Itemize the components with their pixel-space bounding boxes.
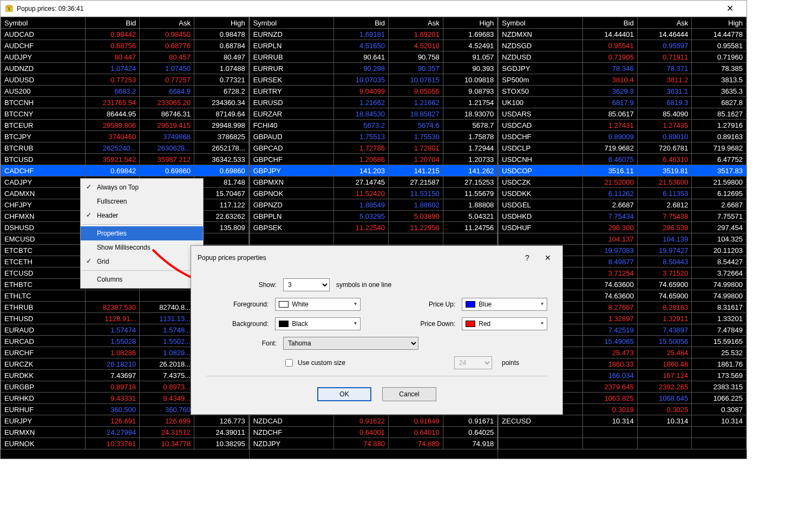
column-header[interactable]: Symbol	[499, 17, 583, 29]
table-row[interactable]: USDHUF296.300296.539297.454	[499, 222, 746, 233]
table-row[interactable]: USDCNH6.460756.463106.47752	[499, 154, 746, 165]
column-header[interactable]: Ask	[388, 17, 443, 29]
table-row[interactable]	[250, 233, 497, 245]
table-row[interactable]: GBPCAD1.727861.728011.72944	[250, 142, 497, 154]
column-header[interactable]: Symbol	[1, 17, 86, 29]
table-row[interactable]: USDCLP719.9682720.6781719.9682	[499, 142, 746, 154]
table-row[interactable]: BTCUSD35921.54235987.21236342.533	[1, 154, 249, 165]
column-header[interactable]: Ask	[637, 17, 692, 29]
table-row[interactable]: 104.137104.139104.325	[499, 233, 746, 245]
menu-item[interactable]: Show Milliseconds	[81, 240, 203, 255]
priceup-select[interactable]: Blue ▾	[462, 298, 547, 311]
table-row[interactable]: EURNOK10.3376110.3477810.38295	[1, 438, 249, 449]
table-row[interactable]: AUDUSD0.772530.772570.77321	[1, 74, 249, 86]
column-header[interactable]: Bid	[85, 17, 140, 29]
table-row[interactable]: GBPPLN5.032955.038905.04321	[250, 211, 497, 222]
column-header[interactable]: Ask	[140, 17, 194, 29]
table-row[interactable]: GBPCHF1.206861.207041.20733	[250, 154, 497, 165]
custom-size-checkbox[interactable]: Use custom size	[283, 357, 345, 368]
table-row[interactable]	[499, 438, 746, 449]
symbol-cell: CHFJPY	[1, 199, 86, 211]
close-icon[interactable]: ✕	[717, 1, 742, 17]
column-header[interactable]: High	[443, 17, 497, 29]
table-row[interactable]: NZDCAD0.916220.916400.91671	[250, 415, 497, 427]
table-row[interactable]: AUDCAD0.984420.984500.98478	[1, 29, 249, 40]
table-row[interactable]: EURJPY126.691126.699126.773	[1, 415, 249, 427]
ok-button[interactable]: OK	[317, 387, 371, 401]
menu-item[interactable]: Header	[81, 208, 203, 223]
table-row[interactable]: EURNZD1.691811.692011.69683	[250, 29, 497, 40]
show-select[interactable]: 3	[283, 278, 330, 291]
table-row[interactable]: SP500m3810.43811.23813.5	[499, 74, 746, 86]
table-row[interactable]: NZDCHF0.640010.640100.64025	[250, 427, 497, 438]
symbol-cell: USDCOP	[499, 165, 583, 177]
table-row[interactable]: GBPSEK11.2254011.2295011.24756	[250, 222, 497, 233]
table-row[interactable]: USDCAD1.274311.274351.27916	[499, 120, 746, 131]
table-row[interactable]: EURPLN4.516504.520104.52491	[250, 40, 497, 51]
table-row[interactable]: BTCRUB2625240...2630628...2652178...	[1, 142, 249, 154]
table-row[interactable]: GBPMXN27.1474527.2158727.15253	[250, 177, 497, 188]
menu-item[interactable]: Properties	[81, 226, 203, 240]
cancel-button[interactable]: Cancel	[382, 387, 436, 401]
table-row[interactable]: STOX503629.33631.13635.3	[499, 86, 746, 97]
foreground-select[interactable]: White ▾	[275, 298, 361, 311]
ask-cell: 2392.265	[637, 381, 692, 393]
table-row[interactable]: GBPAUD1.755131.755301.75878	[250, 131, 497, 142]
column-header[interactable]: Bid	[334, 17, 389, 29]
menu-item[interactable]: Grid	[81, 255, 203, 269]
table-row[interactable]: EURSEK10.0703510.0761510.09818	[250, 74, 497, 86]
table-row[interactable]: AUS2006683.26684.96728.2	[1, 86, 249, 97]
column-header[interactable]: Symbol	[250, 17, 334, 29]
table-row[interactable]: NZDUSD0.719050.719110.71960	[499, 51, 746, 63]
table-row[interactable]: AUDNZD1.074241.074501.07488	[1, 63, 249, 74]
background-select[interactable]: Black ▾	[275, 317, 361, 330]
table-row[interactable]: ZECUSD10.31410.31410.314	[499, 415, 746, 427]
high-cell: 173.569	[692, 370, 746, 381]
table-row[interactable]: NZDSGD0.955410.955970.95581	[499, 40, 746, 51]
table-row[interactable]: EURRUB90.64190.75891.057	[250, 51, 497, 63]
table-row[interactable]: BTCJPY374046037498683786825	[1, 131, 249, 142]
table-row[interactable]: EURZAR18.8453018.8582718.93070	[250, 108, 497, 120]
table-row[interactable]: GBPNOK11.5242011.5315011.55679	[250, 188, 497, 199]
table-row[interactable]: UK1006817.96819.36827.8	[499, 97, 746, 108]
table-row[interactable]: FCHI405673.25674.65678.7	[250, 120, 497, 131]
table-row[interactable]: GBPNZD1.885491.886021.88808	[250, 199, 497, 211]
table-row[interactable]: USDGEL2.66872.68122.6687	[499, 199, 746, 211]
column-header[interactable]: Bid	[582, 17, 637, 29]
table-row[interactable]	[499, 427, 746, 438]
foreground-label: Foreground:	[206, 301, 269, 308]
menu-item[interactable]: Columns	[81, 272, 203, 286]
table-row[interactable]: CADCHF0.698420.698600.69860	[1, 165, 249, 177]
table-row[interactable]: USDHKD7.754347.754387.75571	[499, 211, 746, 222]
table-row[interactable]: EURMXN24.2799424.3151224.39011	[1, 427, 249, 438]
menu-item[interactable]: Always on Top	[81, 180, 203, 194]
menu-item[interactable]: Fullscreen	[81, 194, 203, 208]
table-row[interactable]: GBPJPY141.203141.215141.262	[250, 165, 497, 177]
table-row[interactable]: BTCCNY86444.9586746.3187149.64	[1, 108, 249, 120]
table-row[interactable]: USDCZK21.5200021.5360021.59800	[499, 177, 746, 188]
table-row[interactable]: BTCCNH231765.54233065.20234360.34	[1, 97, 249, 108]
dialog-close-icon[interactable]: ✕	[540, 251, 556, 264]
pricedown-select[interactable]: Red ▾	[462, 317, 547, 330]
ask-cell: 4.52010	[388, 40, 443, 51]
table-row[interactable]: AUDCHF0.687560.687760.68784	[1, 40, 249, 51]
symbol-cell	[250, 233, 334, 245]
table-row[interactable]: EURUSD1.216621.216621.21754	[250, 97, 497, 108]
table-row[interactable]: EURRUR90.29890.35790.393	[250, 63, 497, 74]
ask-cell: 10.34778	[140, 438, 194, 449]
table-row[interactable]: USDDKK6.112626.113536.12695	[499, 188, 746, 199]
table-row[interactable]: USDARS85.061785.409085.1627	[499, 108, 746, 120]
table-row[interactable]: NZDJPY74.88074.88974.918	[250, 438, 497, 449]
table-row[interactable]: USDCHF0.890090.890100.89163	[499, 131, 746, 142]
help-icon[interactable]: ?	[519, 251, 535, 264]
table-row[interactable]: NZDMXN14.4440114.4644414.44778	[499, 29, 746, 40]
column-header[interactable]: High	[692, 17, 746, 29]
font-select[interactable]: Tahoma	[283, 337, 418, 350]
table-row[interactable]: EURTRY9.040999.050569.08793	[250, 86, 497, 97]
table-row[interactable]: BTCEUR29589.80629619.41529948.998	[1, 120, 249, 131]
table-row[interactable]: AUDJPY80.44780.45780.497	[1, 51, 249, 63]
table-row[interactable]: USDCOP3516.113519.813517.83	[499, 165, 746, 177]
ask-cell: 1.75530	[388, 131, 443, 142]
column-header[interactable]: High	[194, 17, 248, 29]
table-row[interactable]: SGDJPY78.34678.37178.385	[499, 63, 746, 74]
